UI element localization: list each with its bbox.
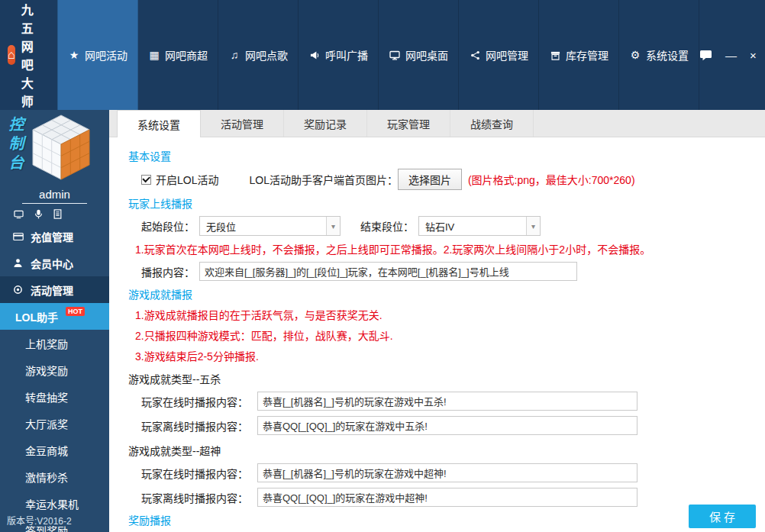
- message-icon[interactable]: [699, 50, 712, 61]
- sidebar-item-login-reward[interactable]: 上机奖励: [0, 330, 109, 356]
- chevron-down-icon: ▾: [526, 217, 540, 235]
- minimize-button[interactable]: —: [725, 49, 737, 62]
- sidebar-item-label: LOL助手: [15, 309, 58, 324]
- tab-reward-records[interactable]: 奖励记录: [284, 110, 367, 137]
- sidebar-item-label: 上机奖励: [25, 336, 68, 351]
- sidebar-item-goldbean-mall[interactable]: 金豆商城: [0, 437, 109, 463]
- hot-badge: HOT: [66, 307, 85, 316]
- app-logo-icon: ⌂: [8, 45, 15, 65]
- top-menu: ★ 网吧活动 ▦ 网吧商超 ♫ 网吧点歌 呼叫广播 网吧桌面: [57, 0, 699, 110]
- tab-player-management[interactable]: 玩家管理: [367, 110, 450, 137]
- end-rank-value: 钻石IV: [419, 219, 526, 234]
- enable-lol-checkbox[interactable]: [141, 175, 151, 185]
- topmenu-label: 系统设置: [646, 47, 689, 63]
- tab-label: 系统设置: [137, 117, 180, 132]
- tab-label: 战绩查询: [470, 116, 513, 131]
- sidebar-item-game-reward[interactable]: 游戏奖励: [0, 356, 109, 383]
- sidebar-item-label: 会员中心: [31, 256, 73, 271]
- image-format-note: (图片格式:png，最佳大小:700*260): [468, 172, 635, 187]
- tab-label: 奖励记录: [304, 116, 347, 131]
- end-rank-label: 结束段位：: [360, 218, 418, 234]
- tab-label: 玩家管理: [387, 116, 430, 131]
- chevron-down-icon: ▾: [326, 217, 340, 235]
- sidebar-item-wheel-lottery[interactable]: 转盘抽奖: [0, 383, 109, 410]
- sidebar-item-lol-helper[interactable]: LOL助手 HOT: [0, 303, 109, 330]
- tab-system-settings[interactable]: 系统设置: [117, 110, 201, 137]
- inventory-box-icon: [549, 50, 561, 60]
- save-button[interactable]: 保 存: [689, 505, 756, 528]
- legendary-offline-input[interactable]: [257, 488, 638, 507]
- tab-match-history[interactable]: 战绩查询: [450, 110, 534, 137]
- console-panel: 控制台 admin: [0, 110, 109, 223]
- gear-icon: ⚙: [629, 49, 641, 61]
- online-broadcast-note: 1.玩家首次在本网吧上线时，不会播报，之后上线即可正常播报。2.玩家两次上线间隔…: [135, 241, 765, 256]
- broadcast-content-label: 播报内容：: [141, 264, 199, 279]
- music-note-icon: ♫: [228, 49, 240, 61]
- window-controls: — ×: [699, 0, 765, 110]
- close-button[interactable]: ×: [750, 49, 757, 62]
- pentakill-online-input[interactable]: [257, 392, 638, 411]
- online-broadcast-label: 玩家在线时播报内容：: [141, 466, 257, 481]
- microphone-icon[interactable]: [34, 209, 43, 219]
- sidebar-item-activity-management[interactable]: 活动管理: [0, 276, 109, 303]
- choose-image-button[interactable]: 选择图片: [398, 169, 462, 190]
- topmenu-cafe-music[interactable]: ♫ 网吧点歌: [218, 0, 299, 110]
- app-window: ⌂ 九五网吧大师 ★ 网吧活动 ▦ 网吧商超 ♫ 网吧点歌 呼叫广播: [0, 0, 765, 532]
- topmenu-call-broadcast[interactable]: 呼叫广播: [299, 0, 379, 110]
- share-nodes-icon: [469, 50, 481, 60]
- achievement-group-legendary-title: 游戏成就类型--超神: [128, 443, 765, 458]
- app-title: 九五网吧大师: [21, 0, 47, 110]
- broadcast-content-input[interactable]: [199, 262, 577, 281]
- start-rank-value: 无段位: [200, 219, 326, 234]
- topmenu-label: 库存管理: [566, 47, 608, 63]
- brand: ⌂ 九五网吧大师: [0, 0, 57, 110]
- enable-lol-label: 开启LOL活动: [156, 172, 218, 187]
- topmenu-system-settings[interactable]: ⚙ 系统设置: [619, 0, 699, 110]
- tab-bar: 系统设置 活动管理 奖励记录 玩家管理 战绩查询: [109, 110, 765, 137]
- achievement-note-3: 3.游戏结束后2-5分钟播报.: [135, 348, 765, 363]
- legendary-online-input[interactable]: [257, 463, 638, 482]
- monitor-icon: [389, 50, 401, 60]
- username: admin: [0, 188, 109, 204]
- sidebar-item-label: 游戏奖励: [25, 363, 68, 378]
- pentakill-offline-input[interactable]: [257, 416, 638, 435]
- topmenu-label: 网吧商超: [165, 47, 208, 63]
- section-header-reward-broadcast: 奖励播报: [128, 512, 765, 527]
- rank-range-row: 起始段位： 无段位 ▾ 结束段位： 钻石IV ▾: [141, 216, 765, 236]
- online-broadcast-label: 玩家在线时播报内容：: [141, 394, 257, 409]
- topmenu-cafe-desktop[interactable]: 网吧桌面: [379, 0, 459, 110]
- start-rank-label: 起始段位：: [141, 218, 199, 234]
- topmenu-cafe-mall[interactable]: ▦ 网吧商超: [138, 0, 218, 110]
- sidebar-item-label: 充值管理: [31, 229, 73, 244]
- legendary-online-row: 玩家在线时播报内容：: [141, 463, 765, 482]
- sidebar-item-label: 幸运水果机: [25, 496, 79, 511]
- end-rank-select[interactable]: 钻石IV ▾: [418, 216, 541, 236]
- document-icon[interactable]: [53, 209, 62, 219]
- tab-activity-management[interactable]: 活动管理: [201, 110, 284, 137]
- basic-settings-row: 开启LOL活动 LOL活动助手客户端首页图片： 选择图片 (图片格式:png，最…: [141, 169, 765, 190]
- start-rank-select[interactable]: 无段位 ▾: [199, 216, 341, 236]
- rubiks-cube-logo: [27, 113, 95, 183]
- star-icon: ★: [68, 49, 80, 61]
- topmenu-inventory-management[interactable]: 库存管理: [539, 0, 619, 110]
- sidebar-item-flash-sale[interactable]: 激情秒杀: [0, 463, 109, 490]
- sidebar-item-label: 激情秒杀: [25, 469, 68, 485]
- sidebar-item-recharge[interactable]: 充值管理: [0, 223, 109, 250]
- offline-broadcast-label: 玩家离线时播报内容：: [141, 490, 257, 505]
- sidebar-item-hall-prize[interactable]: 大厅派奖: [0, 410, 109, 437]
- megaphone-icon: [308, 50, 321, 60]
- topmenu-label: 网吧桌面: [405, 47, 448, 63]
- sidebar-item-lucky-fruit[interactable]: 幸运水果机: [0, 490, 109, 517]
- topmenu-label: 呼叫广播: [325, 47, 368, 63]
- sidebar-item-member-center[interactable]: 会员中心: [0, 250, 109, 276]
- card-icon: [11, 232, 24, 241]
- topmenu-cafe-management[interactable]: 网吧管理: [459, 0, 539, 110]
- topmenu-label: 网吧活动: [85, 47, 128, 63]
- achievement-note-1: 1.游戏成就播报目的在于活跃气氛，与是否获奖无关.: [135, 307, 765, 322]
- topmenu-cafe-activity[interactable]: ★ 网吧活动: [57, 0, 138, 110]
- offline-broadcast-label: 玩家离线时播报内容：: [141, 418, 257, 434]
- main-panel: 系统设置 活动管理 奖励记录 玩家管理 战绩查询 基本设置 开启LOL活动 LO…: [109, 110, 765, 532]
- monitor-icon[interactable]: [14, 210, 24, 219]
- section-header-online-broadcast: 玩家上线播报: [128, 195, 765, 211]
- pentakill-offline-row: 玩家离线时播报内容：: [141, 416, 765, 435]
